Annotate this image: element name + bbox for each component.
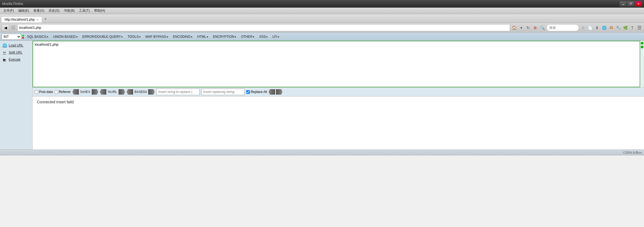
base64-label: BASE64	[133, 90, 148, 94]
replace-all-checkbox[interactable]	[246, 90, 250, 94]
side-indicators	[640, 41, 644, 87]
tab-close-button[interactable]: ✕	[36, 18, 39, 21]
menu-error-double[interactable]: ERROR/DOUBLE QUERY	[80, 34, 125, 39]
menu-encryption[interactable]: ENCRYPTION	[211, 34, 238, 39]
referrer-checkbox[interactable]	[55, 90, 58, 94]
status-dots	[22, 34, 24, 39]
menu-xss[interactable]: XSS	[257, 34, 270, 39]
base64-right-arrow[interactable]	[148, 89, 155, 95]
title-bar-title: Mozilla Firefox	[2, 2, 23, 6]
sidebar-split-url-label: Split URL	[9, 51, 23, 54]
menu-lfi[interactable]: LFI	[270, 34, 281, 39]
textarea-wrapper: localhost/1.php	[33, 41, 644, 87]
refresh-icon[interactable]: ↻	[525, 25, 531, 31]
split-url-icon: ✂	[2, 50, 7, 55]
post-data-check[interactable]: Post data	[35, 90, 53, 94]
tab-label: http://localhost/1.php	[5, 18, 35, 21]
referrer-check[interactable]: Referrer	[55, 90, 71, 94]
status-bar: CSDN 出售on	[0, 150, 644, 156]
dropdown-icon[interactable]: ▾	[518, 25, 524, 31]
title-bar: Mozilla Firefox 🗕 🗗 ✕	[0, 0, 644, 8]
minimize-button[interactable]: 🗕	[620, 1, 627, 7]
dot-red	[22, 37, 24, 39]
sidebar-item-load-url[interactable]: 🌐 Load URL	[0, 42, 32, 49]
close-button[interactable]: ✕	[635, 1, 642, 7]
menu-bar: 文件(F) 编辑(E) 查看(V) 历史(S) 书签(B) 工具(T) 帮助(H…	[0, 8, 644, 14]
final-left-arrow[interactable]	[269, 89, 275, 95]
menu-history[interactable]: 历史(S)	[46, 8, 62, 14]
address-bar: ◀ ⓘ 🏠 ▾ ↻ ⊘ 🔍 ☆ 📄 ⬇ 🌐 JS 🔧 🌿 T ☰	[0, 23, 644, 33]
star-icon[interactable]: ☆	[580, 25, 586, 31]
menu-bookmarks[interactable]: 书签(B)	[62, 8, 77, 14]
stop-icon[interactable]: ⊘	[532, 25, 538, 31]
execute-icon: ▶	[2, 57, 7, 62]
final-arrows	[269, 89, 282, 95]
js-label[interactable]: JS	[608, 25, 614, 31]
menu-file[interactable]: 文件(F)	[1, 8, 16, 14]
menu-other[interactable]: OTHER	[239, 34, 256, 39]
status-text: CSDN 出售on	[623, 151, 642, 155]
url-left-arrow[interactable]	[100, 89, 106, 95]
search-input[interactable]	[546, 24, 579, 31]
globe-icon[interactable]: 🌐	[601, 25, 607, 31]
indicator-dot-top	[641, 42, 643, 45]
url-group: %URL	[100, 89, 125, 95]
back-button[interactable]: ◀	[2, 24, 9, 31]
plugin-toolbar: INT STRING SQL BASICS UNION BASED ERROR/…	[0, 33, 644, 41]
base64-group: BASE64	[127, 89, 155, 95]
search-icon: 🔍	[539, 25, 545, 31]
menu-encoding[interactable]: ENCODING	[171, 34, 195, 39]
new-tab-button[interactable]: +	[42, 15, 49, 23]
menu-icon[interactable]: ☰	[636, 25, 642, 31]
sidebar-item-split-url[interactable]: ✂ Split URL	[0, 49, 32, 56]
sidebar: 🌐 Load URL ✂ Split URL ▶ Execute	[0, 41, 33, 150]
home-icon[interactable]: 🏠	[511, 25, 517, 31]
menu-tools[interactable]: TOOLS	[125, 34, 142, 39]
indicator-dot-bottom	[641, 46, 643, 48]
final-right-arrow[interactable]	[276, 89, 282, 95]
hex-group: 0xHEX	[72, 89, 98, 95]
menu-help[interactable]: 帮助(H)	[92, 8, 107, 14]
base64-left-arrow[interactable]	[127, 89, 133, 95]
sidebar-item-execute[interactable]: ▶ Execute	[0, 56, 32, 63]
tab-bar: http://localhost/1.php ✕ +	[0, 14, 644, 23]
toolbar-row2: Post data Referrer 0xHEX %URL BASE	[33, 87, 644, 97]
url-panel: localhost/1.php Post data Referrer 0xHEX	[33, 41, 644, 150]
hex-label: 0xHEX	[79, 90, 91, 94]
url-label: %URL	[107, 90, 118, 94]
replace-all-check[interactable]: Replace All	[246, 90, 267, 94]
address-input[interactable]	[17, 24, 510, 31]
hex-left-arrow[interactable]	[72, 89, 79, 95]
maximize-button[interactable]: 🗗	[627, 1, 634, 7]
menu-view[interactable]: 查看(V)	[31, 8, 46, 14]
hex-right-arrow[interactable]	[92, 89, 98, 95]
menu-tools[interactable]: 工具(T)	[77, 8, 92, 14]
dot-green	[22, 35, 24, 36]
page-body: Connected insert faild	[33, 97, 644, 150]
type-select[interactable]: INT STRING	[2, 34, 21, 40]
download-icon[interactable]: ⬇	[594, 25, 600, 31]
bookmark-icon[interactable]: 📄	[587, 25, 593, 31]
main-content: 🌐 Load URL ✂ Split URL ▶ Execute localho…	[0, 41, 644, 150]
info-icon: ⓘ	[10, 25, 16, 31]
menu-edit[interactable]: 编辑(E)	[16, 8, 31, 14]
post-data-checkbox[interactable]	[35, 90, 38, 94]
url-textarea[interactable]: localhost/1.php	[33, 41, 640, 87]
menu-waf-bypass[interactable]: WAF BYPASS	[143, 34, 170, 39]
menu-union-based[interactable]: UNION BASED	[51, 34, 80, 39]
title-bar-controls: 🗕 🗗 ✕	[620, 1, 642, 7]
url-right-arrow[interactable]	[119, 89, 125, 95]
title-bar-left: Mozilla Firefox	[2, 2, 23, 6]
sidebar-load-url-label: Load URL	[9, 43, 23, 47]
active-tab[interactable]: http://localhost/1.php ✕	[1, 16, 42, 23]
page-text: Connected insert faild	[37, 100, 640, 104]
sidebar-execute-label: Execute	[9, 58, 20, 61]
replace-input[interactable]	[156, 89, 200, 95]
replacing-input[interactable]	[201, 89, 245, 95]
translate-icon[interactable]: T	[629, 25, 635, 31]
menu-sql-basics[interactable]: SQL BASICS	[25, 34, 50, 39]
extension2-icon[interactable]: 🌿	[622, 25, 628, 31]
load-url-icon: 🌐	[2, 43, 7, 48]
menu-html[interactable]: HTML	[195, 34, 210, 39]
extension1-icon[interactable]: 🔧	[615, 25, 621, 31]
